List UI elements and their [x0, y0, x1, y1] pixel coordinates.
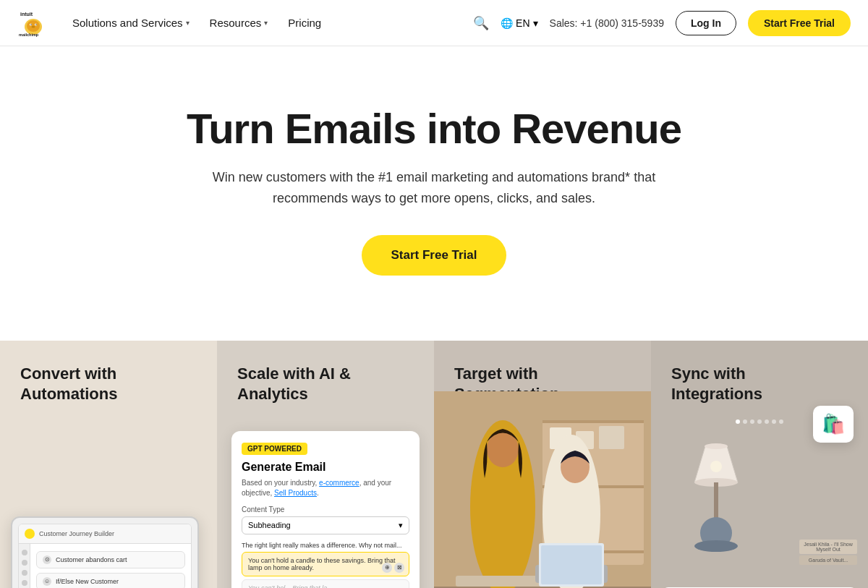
hero-subheading: Win new customers with the #1 email mark… — [210, 167, 658, 209]
objective-link[interactable]: Sell Products — [274, 489, 317, 497]
shopify-icon: 🛍️ — [813, 406, 854, 443]
carousel-dot[interactable] — [779, 419, 783, 424]
feature-automations: Convert with Automations Customer Journe… — [0, 341, 217, 588]
globe-icon: 🌐 — [501, 17, 513, 29]
svg-rect-27 — [541, 545, 602, 584]
feature-segmentation: Target with Segmentation — [434, 341, 651, 588]
nav-left: intuit mailchimp Solutions and Services … — [17, 7, 321, 39]
feature-title-ai: Scale with AI & Analytics — [237, 364, 382, 405]
hero-trial-button[interactable]: Start Free Trial — [362, 235, 506, 276]
nav-links: Solutions and Services ▾ Resources ▾ Pri… — [72, 17, 321, 29]
nav-right: 🔍 🌐 EN ▾ Sales: +1 (800) 315-5939 Log In… — [473, 10, 851, 36]
hero-section: Turn Emails into Revenue Win new custome… — [0, 46, 868, 341]
chevron-down-icon: ▾ — [264, 19, 268, 27]
svg-point-30 — [710, 461, 722, 472]
people-photo — [434, 391, 651, 588]
books-stack: Jesali Khila - I'll Show Myself Out Garu… — [799, 540, 857, 565]
industry-link[interactable]: e-commerce — [319, 479, 359, 487]
login-button[interactable]: Log In — [676, 11, 736, 35]
logo-icon: intuit mailchimp — [17, 7, 49, 39]
feature-title-integrations: Sync with Integrations — [671, 364, 816, 405]
nav-resources[interactable]: Resources ▾ — [210, 17, 268, 29]
svg-point-6 — [30, 24, 31, 25]
content-type-label: Content Type — [242, 506, 409, 514]
features-section: Convert with Automations Customer Journe… — [0, 341, 868, 588]
carousel-dot[interactable] — [765, 419, 769, 424]
chimp-logo-icon — [25, 529, 35, 539]
carousel-dot[interactable] — [757, 419, 762, 424]
email-generator-card: GPT POWERED Generate Email Based on your… — [231, 431, 420, 588]
carousel-dot[interactable] — [772, 419, 776, 424]
preview-text: The right light really makes a differenc… — [242, 542, 409, 549]
chevron-down-icon: ▾ — [186, 19, 190, 27]
cart-icon: ⊙ — [43, 555, 51, 564]
carousel-dot[interactable] — [743, 419, 747, 424]
svg-text:mailchimp: mailchimp — [19, 33, 39, 37]
lamp-illustration — [673, 425, 760, 558]
svg-rect-17 — [599, 426, 624, 449]
journey-builder-label: Customer Journey Builder — [39, 530, 114, 537]
sales-phone: Sales: +1 (800) 315-5939 — [550, 17, 664, 29]
language-selector[interactable]: 🌐 EN ▾ — [501, 17, 537, 29]
logo[interactable]: intuit mailchimp — [17, 7, 49, 39]
journey-row: ⊙ Customer abandons cart — [36, 551, 185, 568]
search-icon[interactable]: 🔍 — [473, 15, 489, 31]
nav-trial-button[interactable]: Start Free Trial — [748, 10, 851, 36]
book-title: Jesali Khila - I'll Show Myself Out — [799, 540, 857, 554]
chevron-down-icon: ▾ — [399, 521, 403, 530]
card-title: Generate Email — [242, 461, 409, 474]
journey-row: ☺ If/Else New Customer — [36, 573, 185, 588]
gpt-badge: GPT POWERED — [242, 443, 307, 455]
svg-text:intuit: intuit — [20, 12, 33, 17]
card-subtitle: Based on your industry, e-commerce, and … — [242, 478, 409, 498]
feature-ai: Scale with AI & Analytics GPT POWERED Ge… — [217, 341, 434, 588]
chevron-down-icon: ▾ — [533, 17, 538, 29]
journey-step-label: Customer abandons cart — [56, 556, 127, 563]
delete-icon[interactable]: ⊠ — [394, 563, 404, 573]
feature-title-automations: Convert with Automations — [20, 364, 165, 405]
svg-rect-12 — [542, 420, 644, 423]
copy-icon[interactable]: ⊕ — [382, 563, 392, 573]
email-suggestion: You can't hol... Bring that la... — [242, 579, 409, 588]
content-type-select[interactable]: Subheading ▾ — [242, 516, 409, 534]
carousel-dot[interactable] — [736, 419, 740, 424]
svg-point-28 — [705, 443, 728, 449]
customer-icon: ☺ — [43, 577, 51, 586]
sidebar-panel — [19, 544, 30, 588]
svg-point-33 — [694, 540, 738, 552]
laptop-mockup: Customer Journey Builder — [7, 516, 210, 588]
nav-solutions[interactable]: Solutions and Services ▾ — [72, 17, 190, 29]
feature-integrations: Sync with Integrations 🛍️ — [651, 341, 868, 588]
email-suggestion: You can't hold a candle to these savings… — [242, 552, 409, 576]
nav-pricing[interactable]: Pricing — [288, 17, 321, 29]
svg-point-8 — [32, 25, 35, 27]
journey-step-label: If/Else New Customer — [56, 578, 119, 585]
main-nav: intuit mailchimp Solutions and Services … — [0, 0, 868, 46]
carousel-dot[interactable] — [750, 419, 754, 424]
svg-point-7 — [35, 24, 36, 25]
book-title: Garuda of Vault... — [799, 555, 857, 565]
hero-heading: Turn Emails into Revenue — [29, 104, 839, 153]
